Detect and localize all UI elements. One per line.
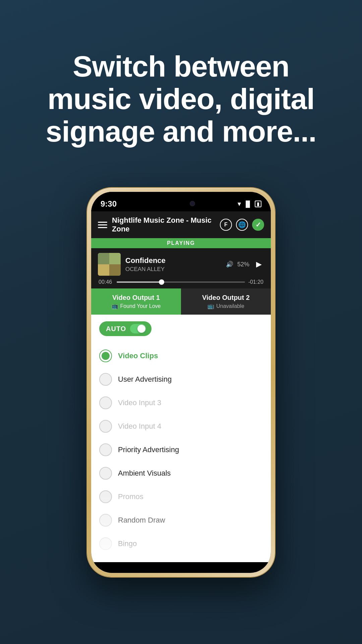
top-bar-right: F 🌐 ✓: [220, 219, 264, 231]
output-tab-1-sub: 📺 Found Your Love: [96, 303, 176, 309]
option-item-random-draw[interactable]: Random Draw: [99, 508, 263, 532]
output-tab-1[interactable]: Video Output 1 📺 Found Your Love: [91, 288, 181, 315]
top-bar: Nightlife Music Zone - Music Zone F 🌐 ✓: [91, 211, 271, 238]
progress-track[interactable]: [117, 281, 245, 283]
battery-icon: ▮: [255, 201, 261, 207]
option-label-priority-advertising: Priority Advertising: [118, 445, 179, 454]
option-item-priority-advertising[interactable]: Priority Advertising: [99, 438, 263, 462]
option-label-promos: Promos: [118, 492, 143, 501]
radio-video-input-4: [99, 420, 112, 433]
option-item-user-advertising[interactable]: User Advertising: [99, 368, 263, 391]
radio-user-advertising: [99, 373, 112, 386]
radio-random-draw: [99, 514, 112, 527]
phone-frame: 9:30 ▾ ▐▌ ▮ Nightlife Music Zone - Music…: [87, 188, 275, 577]
volume-icon: 🔊: [226, 261, 233, 268]
option-label-video-input-4: Video Input 4: [118, 422, 161, 431]
option-item-video-clips[interactable]: Video Clips: [99, 344, 263, 368]
radio-promos: [99, 490, 112, 503]
radio-ambient-visuals: [99, 467, 112, 480]
option-list: Video ClipsUser AdvertisingVideo Input 3…: [99, 344, 263, 555]
option-label-video-input-3: Video Input 3: [118, 398, 161, 407]
hero-section: Switch between music video, digital sign…: [0, 0, 362, 181]
camera-dot: [190, 201, 195, 206]
output-tab-2-title: Video Output 2: [186, 294, 266, 302]
toggle-knob: [137, 325, 145, 333]
phone-screen: 9:30 ▾ ▐▌ ▮ Nightlife Music Zone - Music…: [91, 192, 271, 573]
track-row: Confidence OCEAN ALLEY 🔊 52% ▶: [98, 253, 264, 276]
option-item-bingo[interactable]: Bingo: [99, 532, 263, 555]
track-artist: OCEAN ALLEY: [125, 266, 221, 273]
progress-row: 00:46 -01:20: [98, 279, 264, 285]
option-item-ambient-visuals[interactable]: Ambient Visuals: [99, 462, 263, 485]
option-label-user-advertising: User Advertising: [118, 375, 172, 384]
option-item-video-input-4[interactable]: Video Input 4: [99, 415, 263, 438]
progress-fill: [117, 281, 162, 283]
output-tab-2-subtitle: Unavailable: [216, 303, 244, 309]
album-art: [98, 253, 121, 276]
auto-label: AUTO: [106, 325, 126, 333]
status-time: 9:30: [101, 199, 117, 209]
track-info: Confidence OCEAN ALLEY: [125, 256, 221, 273]
radio-video-input-3: [99, 396, 112, 409]
signal-icon: ▐▌: [243, 201, 252, 208]
option-label-random-draw: Random Draw: [118, 516, 165, 525]
radio-priority-advertising: [99, 443, 112, 456]
phone-mockup: 9:30 ▾ ▐▌ ▮ Nightlife Music Zone - Music…: [0, 188, 362, 577]
volume-pct: 52%: [237, 261, 249, 268]
play-button[interactable]: ▶: [253, 259, 264, 270]
option-item-video-input-3[interactable]: Video Input 3: [99, 391, 263, 415]
auto-row: AUTO: [99, 321, 263, 336]
now-playing: Confidence OCEAN ALLEY 🔊 52% ▶ 00:46: [91, 248, 271, 288]
option-item-promos[interactable]: Promos: [99, 485, 263, 508]
radio-bingo: [99, 537, 112, 550]
time-elapsed: 00:46: [99, 279, 113, 285]
progress-thumb[interactable]: [159, 279, 164, 285]
status-icons: ▾ ▐▌ ▮: [238, 200, 261, 208]
output-tabs: Video Output 1 📺 Found Your Love Video O…: [91, 288, 271, 315]
auto-toggle[interactable]: AUTO: [99, 321, 152, 336]
output-tab-2-sub: 📺 Unavailable: [186, 303, 266, 309]
top-bar-left: Nightlife Music Zone - Music Zone: [98, 216, 220, 233]
globe-icon[interactable]: 🌐: [236, 219, 248, 231]
track-name: Confidence: [125, 256, 221, 265]
time-remaining: -01:20: [248, 279, 263, 285]
option-label-bingo: Bingo: [118, 539, 137, 548]
check-icon[interactable]: ✓: [252, 219, 264, 231]
option-label-ambient-visuals: Ambient Visuals: [118, 469, 171, 478]
tv-icon-2: 📺: [207, 303, 214, 309]
option-label-video-clips: Video Clips: [118, 352, 158, 360]
content-area: AUTO Video ClipsUser AdvertisingVideo In…: [91, 315, 271, 562]
camera-notch: [158, 197, 204, 210]
playing-bar: PLAYING: [91, 238, 271, 248]
radio-video-clips: [99, 350, 112, 362]
facebook-icon[interactable]: F: [220, 219, 232, 231]
toggle-switch[interactable]: [130, 324, 146, 333]
zone-title: Nightlife Music Zone - Music Zone: [112, 216, 220, 233]
hamburger-menu[interactable]: [98, 222, 107, 228]
tv-icon-1: 📺: [112, 303, 118, 309]
hero-title: Switch between music video, digital sign…: [20, 23, 342, 168]
radio-inner-video-clips: [102, 352, 110, 360]
output-tab-1-title: Video Output 1: [96, 294, 176, 302]
track-controls: 🔊 52% ▶: [226, 259, 264, 270]
output-tab-2[interactable]: Video Output 2 📺 Unavailable: [181, 288, 271, 315]
output-tab-1-subtitle: Found Your Love: [120, 303, 161, 309]
wifi-icon: ▾: [238, 200, 241, 208]
